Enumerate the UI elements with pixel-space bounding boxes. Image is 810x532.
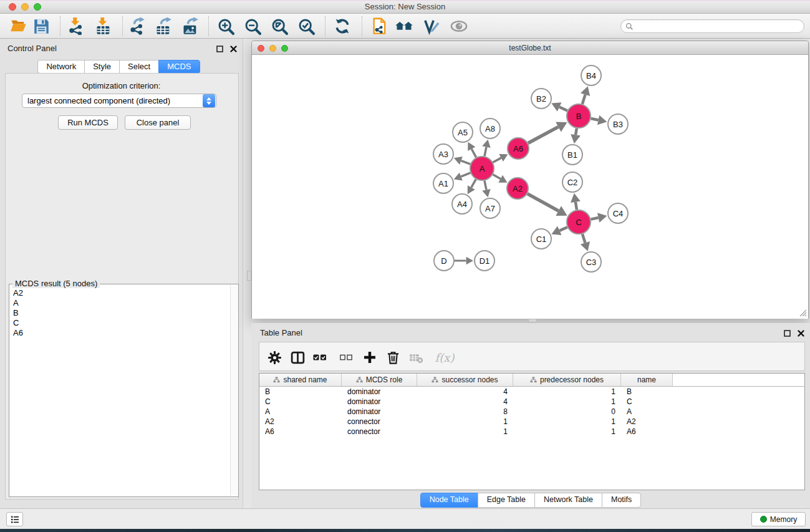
- trash-icon: [386, 351, 400, 365]
- table-cell: B: [621, 387, 673, 396]
- mcds-result-title: MCDS result (5 nodes): [12, 279, 100, 288]
- float-icon: [216, 46, 223, 52]
- tab-mcds[interactable]: MCDS: [158, 60, 200, 74]
- control-panel: Control Panel NetworkStyleSelectMCDS Opt…: [0, 39, 243, 508]
- table-row[interactable]: A6connector11A6: [259, 427, 804, 437]
- add-column-button[interactable]: [360, 348, 379, 367]
- table-cell: A2: [621, 417, 673, 426]
- column-header-successor-nodes[interactable]: successor nodes: [417, 374, 513, 386]
- window-titlebar: Session: New Session: [0, 0, 810, 14]
- mcds-result-group: MCDS result (5 nodes) A2ABCA6: [9, 284, 239, 497]
- search-input[interactable]: [636, 21, 804, 32]
- refresh-button[interactable]: [333, 17, 352, 36]
- toolbar-separator: [122, 16, 123, 36]
- table-cell: C: [259, 397, 342, 406]
- split-panel-button[interactable]: [288, 348, 307, 367]
- network-canvas[interactable]: AA1A2A3A4A5A6A7A8BB1B2B3B4CC1C2C3C4DD1: [252, 55, 808, 319]
- tab-motifs[interactable]: Motifs: [602, 493, 641, 508]
- delete-column-button[interactable]: [383, 348, 402, 367]
- graph-node-label: A3: [438, 150, 448, 159]
- result-list-item[interactable]: A: [11, 298, 229, 308]
- table-header-row: shared nameMCDS rolesuccessor nodesprede…: [259, 374, 804, 387]
- home-button[interactable]: [395, 17, 413, 36]
- node-table[interactable]: shared nameMCDS rolesuccessor nodesprede…: [259, 373, 805, 490]
- split-panel-icon: [290, 350, 306, 365]
- save-session-button[interactable]: [32, 17, 51, 36]
- deselect-all-button[interactable]: [337, 348, 355, 367]
- float-panel-button[interactable]: [215, 44, 224, 53]
- table-row[interactable]: Cdominator41C: [259, 397, 804, 407]
- show-hide-details-button[interactable]: [450, 17, 468, 36]
- column-header-name[interactable]: name: [621, 374, 673, 386]
- main-toolbar: [0, 14, 810, 39]
- table-row[interactable]: Bdominator41B: [259, 387, 804, 397]
- column-header-predecessor-nodes[interactable]: predecessor nodes: [513, 374, 621, 386]
- application-window: Session: New Session: [0, 0, 810, 532]
- task-history-button[interactable]: [6, 512, 23, 526]
- tab-network-table[interactable]: Network Table: [534, 493, 602, 508]
- zoom-fit-button[interactable]: [270, 17, 289, 36]
- network-vertical-scrollbar[interactable]: [247, 271, 251, 281]
- tab-style[interactable]: Style: [84, 60, 120, 74]
- run-mcds-button[interactable]: Run MCDS: [58, 115, 118, 130]
- table-row[interactable]: Adominator80A: [259, 407, 804, 417]
- open-folder-button[interactable]: [9, 17, 28, 36]
- delete-table-button[interactable]: [407, 348, 425, 367]
- table-cell: dominator: [342, 407, 417, 416]
- result-list-item[interactable]: A2: [11, 288, 229, 298]
- vizmapper-button[interactable]: [422, 17, 440, 36]
- table-cell: 0: [513, 407, 621, 416]
- table-toolbar: f(x): [259, 342, 805, 371]
- column-header-shared-name[interactable]: shared name: [259, 374, 342, 386]
- tab-edge-table[interactable]: Edge Table: [478, 493, 535, 508]
- close-mcds-panel-button[interactable]: Close panel: [125, 115, 191, 130]
- table-cell: dominator: [342, 397, 417, 406]
- result-list-item[interactable]: C: [11, 318, 229, 328]
- float-table-panel-button[interactable]: [783, 329, 791, 337]
- dropdown-stepper-icon: [203, 94, 215, 107]
- result-list-item[interactable]: A6: [11, 328, 229, 338]
- table-cell: A6: [621, 427, 673, 436]
- formula-icon: f(x): [435, 351, 455, 364]
- close-panel-button[interactable]: [229, 44, 238, 53]
- zoom-out-icon: [244, 17, 262, 36]
- select-all-button[interactable]: [311, 348, 329, 367]
- resize-grip-icon[interactable]: [798, 308, 807, 317]
- formula-builder-button[interactable]: f(x): [431, 348, 458, 367]
- table-settings-button[interactable]: [265, 348, 284, 367]
- import-network-button[interactable]: [67, 17, 85, 36]
- zoom-fit-icon: [271, 17, 289, 36]
- attribute-tree-icon: [432, 377, 438, 384]
- table-tabs: Node TableEdge TableNetwork TableMotifs: [251, 493, 810, 508]
- table-cell: B: [259, 387, 342, 396]
- close-table-panel-button[interactable]: [796, 329, 805, 337]
- column-header-MCDS-role[interactable]: MCDS role: [342, 374, 417, 386]
- zoom-out-button[interactable]: [243, 17, 262, 36]
- export-table-button[interactable]: [154, 17, 173, 36]
- export-image-button[interactable]: [181, 17, 200, 36]
- delete-table-icon: [408, 350, 424, 365]
- table-cell: C: [621, 397, 673, 406]
- export-table-icon: [155, 17, 172, 35]
- tab-network[interactable]: Network: [37, 60, 85, 74]
- table-row[interactable]: A2connector11A2: [259, 417, 804, 427]
- zoom-selected-button[interactable]: [297, 17, 316, 36]
- selected-criterion: largest connected component (directed): [22, 96, 203, 105]
- toolbar-separator: [60, 16, 60, 36]
- network-horizontal-scrollbar[interactable]: [528, 319, 537, 322]
- table-cell: 1: [513, 427, 621, 436]
- result-scrollbar[interactable]: [230, 285, 238, 496]
- result-list-item[interactable]: B: [11, 308, 229, 318]
- copy-network-button[interactable]: [370, 17, 389, 36]
- toolbar-separator: [208, 16, 209, 36]
- control-panel-tabs: NetworkStyleSelectMCDS: [0, 60, 238, 74]
- export-network-button[interactable]: [127, 17, 146, 36]
- memory-button[interactable]: Memory: [751, 512, 806, 526]
- tab-node-table[interactable]: Node Table: [420, 493, 478, 508]
- network-window-titlebar[interactable]: testGlobe.txt: [252, 41, 808, 55]
- graph-node-label: A6: [513, 144, 523, 153]
- tab-select[interactable]: Select: [119, 60, 159, 74]
- zoom-in-button[interactable]: [216, 17, 235, 36]
- import-table-button[interactable]: [94, 17, 113, 36]
- optimization-criterion-select[interactable]: largest connected component (directed): [22, 94, 216, 108]
